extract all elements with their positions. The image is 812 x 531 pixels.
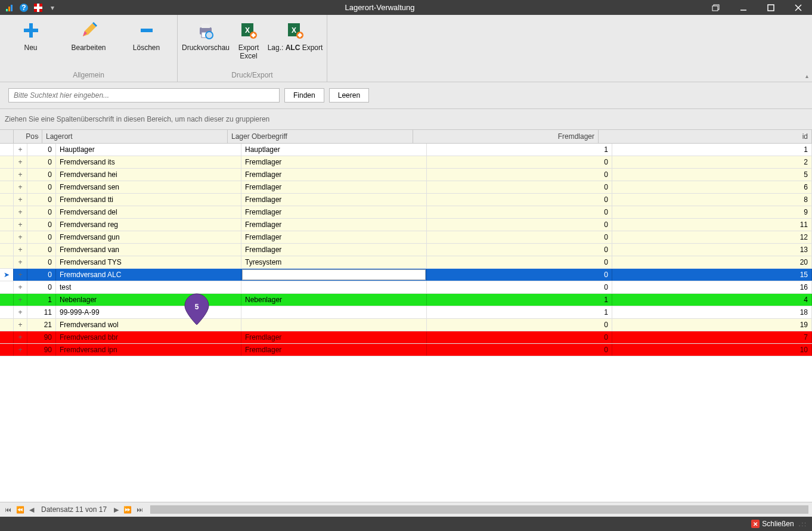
expand-icon[interactable]: +: [14, 231, 27, 243]
restore-down-extra-icon[interactable]: [702, 0, 730, 15]
cell-pos[interactable]: 0: [27, 206, 56, 218]
cell-lagerort[interactable]: Fremdversand del: [56, 206, 241, 218]
minimize-button[interactable]: [730, 0, 757, 15]
cell-pos[interactable]: 1: [27, 294, 56, 306]
cell-lagerort[interactable]: Fremdversand ipn: [56, 344, 241, 356]
header-oberbegriff[interactable]: Lager Oberbegriff: [228, 130, 413, 143]
cell-lagerort[interactable]: Fremdversand reg: [56, 219, 241, 231]
cell-fremdlager[interactable]: 0: [427, 269, 612, 281]
expand-icon[interactable]: +: [14, 256, 27, 268]
cell-oberbegriff[interactable]: Fremdlager: [241, 219, 427, 231]
cell-fremdlager[interactable]: 0: [427, 181, 612, 193]
cell-fremdlager[interactable]: 0: [427, 256, 612, 268]
expand-icon[interactable]: +: [14, 331, 27, 343]
table-row[interactable]: +0Fremdversand itsFremdlager02: [0, 156, 812, 169]
expand-icon[interactable]: +: [14, 244, 27, 256]
cell-id[interactable]: 2: [612, 156, 812, 168]
nav-prevpage-icon[interactable]: ⏪: [15, 506, 26, 514]
cell-fremdlager[interactable]: 0: [427, 281, 612, 293]
resize-grip-icon[interactable]: .::: [799, 521, 807, 527]
cell-lagerort[interactable]: Fremdversand wol: [56, 319, 241, 331]
druckvorschau-button[interactable]: Druckvorschau: [180, 17, 231, 70]
cell-pos[interactable]: 0: [27, 169, 56, 181]
table-row[interactable]: +0HauptlagerHauptlager11: [0, 144, 812, 156]
table-row[interactable]: +90Fremdversand ipnFremdlager010: [0, 344, 812, 356]
search-input[interactable]: [8, 88, 280, 103]
cell-fremdlager[interactable]: 1: [427, 144, 612, 156]
cell-pos[interactable]: 21: [27, 319, 56, 331]
table-row[interactable]: ➤+0Fremdversand ALC015: [0, 269, 812, 281]
cell-id[interactable]: 15: [612, 269, 812, 281]
qat-dropdown-icon[interactable]: ▾: [48, 3, 57, 13]
cell-id[interactable]: 12: [612, 231, 812, 243]
cell-id[interactable]: 10: [612, 344, 812, 356]
cell-pos[interactable]: 90: [27, 344, 56, 356]
header-id[interactable]: id: [599, 130, 812, 143]
export-excel-button[interactable]: X Export Excel: [233, 17, 265, 70]
cell-pos[interactable]: 0: [27, 256, 56, 268]
cell-fremdlager[interactable]: 0: [427, 231, 612, 243]
cell-fremdlager[interactable]: 0: [427, 244, 612, 256]
cell-lagerort[interactable]: Fremdversand ALC: [56, 269, 241, 281]
cell-editor[interactable]: [242, 269, 426, 280]
header-fremdlager[interactable]: Fremdlager: [413, 130, 599, 143]
cell-lagerort[interactable]: Fremdversand bbr: [56, 331, 241, 343]
loeschen-button[interactable]: Löschen: [118, 17, 175, 70]
cell-lagerort[interactable]: Fremdversand its: [56, 156, 241, 168]
cell-id[interactable]: 9: [612, 206, 812, 218]
cell-lagerort[interactable]: Nebenlager: [56, 294, 241, 306]
help-icon[interactable]: ?: [19, 3, 29, 13]
nav-nextpage-icon[interactable]: ⏩: [122, 506, 133, 514]
expand-icon[interactable]: +: [14, 344, 27, 356]
cell-id[interactable]: 11: [612, 219, 812, 231]
nav-last-icon[interactable]: ⏭: [135, 506, 144, 513]
expand-icon[interactable]: +: [14, 306, 27, 318]
table-row[interactable]: +0Fremdversand TYSTyresystem020: [0, 256, 812, 269]
cell-pos[interactable]: 0: [27, 281, 56, 293]
table-row[interactable]: +0Fremdversand heiFremdlager05: [0, 169, 812, 181]
cell-fremdlager[interactable]: 1: [427, 306, 612, 318]
cell-lagerort[interactable]: Fremdversand tti: [56, 194, 241, 206]
flag-icon[interactable]: [33, 3, 43, 13]
clear-button[interactable]: Leeren: [329, 88, 369, 103]
cell-id[interactable]: 4: [612, 294, 812, 306]
expand-icon[interactable]: +: [14, 281, 27, 293]
cell-fremdlager[interactable]: 0: [427, 169, 612, 181]
grid-body[interactable]: +0HauptlagerHauptlager11+0Fremdversand i…: [0, 144, 812, 502]
cell-id[interactable]: 20: [612, 256, 812, 268]
cell-oberbegriff[interactable]: [241, 281, 427, 293]
cell-fremdlager[interactable]: 0: [427, 331, 612, 343]
horizontal-scrollbar[interactable]: [150, 505, 808, 514]
expand-icon[interactable]: +: [14, 294, 27, 306]
table-row[interactable]: +0Fremdversand delFremdlager09: [0, 206, 812, 219]
ribbon-collapse-icon[interactable]: ▴: [805, 73, 808, 79]
cell-oberbegriff[interactable]: Fremdlager: [241, 156, 427, 168]
cell-id[interactable]: 18: [612, 306, 812, 318]
table-row[interactable]: +0Fremdversand gunFremdlager012: [0, 231, 812, 244]
table-row[interactable]: +1199-999-A-99118: [0, 306, 812, 319]
bearbeiten-button[interactable]: Bearbeiten: [60, 17, 117, 70]
cell-pos[interactable]: 0: [27, 244, 56, 256]
cell-id[interactable]: 19: [612, 319, 812, 331]
cell-lagerort[interactable]: Fremdversand hei: [56, 169, 241, 181]
cell-fremdlager[interactable]: 0: [427, 219, 612, 231]
header-lagerort[interactable]: Lagerort: [42, 130, 228, 143]
cell-id[interactable]: 8: [612, 194, 812, 206]
nav-first-icon[interactable]: ⏮: [4, 506, 13, 513]
group-panel[interactable]: Ziehen Sie eine Spaltenüberschrift in di…: [0, 109, 812, 130]
cell-lagerort[interactable]: 99-999-A-99: [56, 306, 241, 318]
cell-pos[interactable]: 0: [27, 269, 56, 281]
neu-button[interactable]: Neu: [2, 17, 59, 70]
cell-pos[interactable]: 0: [27, 231, 56, 243]
cell-pos[interactable]: 90: [27, 331, 56, 343]
cell-fremdlager[interactable]: 0: [427, 194, 612, 206]
cell-oberbegriff[interactable]: Fremdlager: [241, 206, 427, 218]
table-row[interactable]: +0Fremdversand senFremdlager06: [0, 181, 812, 194]
expand-icon[interactable]: +: [14, 219, 27, 231]
expand-icon[interactable]: +: [14, 206, 27, 218]
expand-icon[interactable]: +: [14, 319, 27, 331]
table-row[interactable]: +90Fremdversand bbrFremdlager07: [0, 331, 812, 344]
cell-id[interactable]: 16: [612, 281, 812, 293]
cell-lagerort[interactable]: Fremdversand gun: [56, 231, 241, 243]
cell-fremdlager[interactable]: 0: [427, 344, 612, 356]
